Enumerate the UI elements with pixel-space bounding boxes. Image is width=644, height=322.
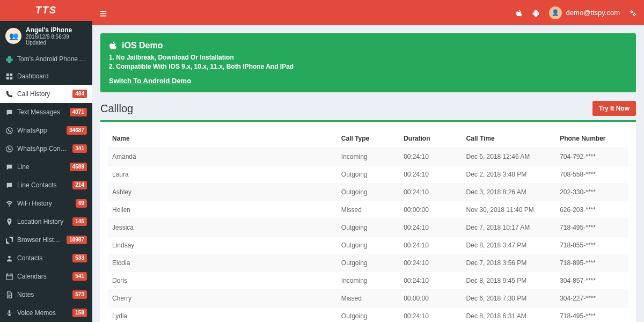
- try-it-now-button[interactable]: Try It Now: [592, 101, 636, 116]
- sidebar-item-notes[interactable]: Notes573: [0, 286, 92, 304]
- nav-badge: 341: [72, 144, 87, 153]
- cell-phone: 718-855-****: [555, 237, 628, 254]
- sidebar-item-whatsapp-contacts[interactable]: WhatsApp Contacts341: [0, 140, 92, 158]
- content: iOS Demo 1. No Jailbreak, Download Or In…: [92, 25, 644, 322]
- table-row[interactable]: CherryMissed00:00:00Dec 6, 2018 7:30 PM3…: [108, 290, 628, 308]
- cell-phone: 304-227-****: [555, 290, 628, 308]
- nav-label: Line: [17, 163, 65, 171]
- nav-badge: 541: [72, 272, 87, 281]
- sidebar-item-text-messages[interactable]: Text Messages4071: [0, 103, 92, 121]
- cell-duration: 00:24:10: [399, 272, 462, 290]
- table-row[interactable]: LindsayOutgoing00:24:10Dec 8, 2018 3:47 …: [108, 237, 628, 254]
- cell-time: Dec 7, 2018 3:56 PM: [462, 254, 556, 272]
- main: 👤 demo@ttspy.com iOS Demo 1. No Jailbrea…: [92, 0, 644, 322]
- cell-phone: 202-330-****: [555, 184, 628, 201]
- nav-label: Voice Memos: [17, 309, 68, 317]
- doc-icon: [5, 291, 13, 298]
- cell-time: Dec 3, 2018 8:26 AM: [462, 184, 556, 201]
- cell-duration: 00:24:10: [399, 148, 462, 166]
- cell-time: Dec 6, 2018 12:46 AM: [462, 148, 556, 166]
- col-duration: Duration: [399, 129, 462, 148]
- table-row[interactable]: AmandaIncoming00:24:10Dec 6, 2018 12:46 …: [108, 148, 628, 166]
- table-row[interactable]: AshleyOutgoing00:24:10Dec 3, 2018 8:26 A…: [108, 184, 628, 201]
- table-row[interactable]: ElodiaOutgoing00:24:10Dec 7, 2018 3:56 P…: [108, 254, 628, 272]
- nav-label: Contacts: [17, 254, 68, 262]
- cell-duration: 00:00:00: [399, 201, 462, 219]
- nav-label: Text Messages: [17, 108, 65, 116]
- cell-name: Amanda: [108, 148, 337, 166]
- cell-type: Incoming: [337, 148, 399, 166]
- cell-duration: 00:24:10: [399, 184, 462, 201]
- cell-type: Outgoing: [337, 254, 399, 272]
- cell-time: Dec 6, 2018 7:30 PM: [462, 290, 556, 308]
- table-row[interactable]: JessicaOutgoing00:24:10Dec 7, 2018 10:17…: [108, 219, 628, 237]
- wifi-icon: [5, 200, 13, 207]
- chat-icon: [5, 163, 13, 171]
- banner-line1: 1. No Jailbreak, Download Or Installatio…: [109, 54, 627, 61]
- alt-device-item[interactable]: Tom's Android Phone (Demo): [0, 50, 92, 67]
- cell-duration: 00:24:10: [399, 254, 462, 272]
- cell-name: Ashley: [108, 184, 337, 201]
- cell-name: Hellen: [108, 201, 337, 219]
- cell-phone: 718-495-****: [555, 219, 628, 237]
- refresh-icon: [5, 236, 13, 244]
- nav-label: Call History: [17, 90, 68, 98]
- device-avatar-icon: 👥: [5, 28, 21, 44]
- user-avatar-icon: 👤: [549, 6, 562, 19]
- nav: DashboardCall History484Text Messages407…: [0, 68, 92, 322]
- cell-phone: 718-895-****: [555, 254, 628, 272]
- nav-badge: 214: [72, 181, 87, 189]
- chat-icon: [5, 181, 13, 189]
- banner-line2: 2. Compatible With IOS 9.x, 10.x, 11.x, …: [109, 63, 627, 70]
- sidebar-item-wifi-history[interactable]: WiFi History69: [0, 194, 92, 213]
- apple-icon[interactable]: [516, 9, 523, 17]
- whatsapp-icon: [5, 127, 13, 134]
- nav-badge: 10987: [67, 236, 87, 244]
- user-icon: [5, 254, 13, 262]
- android-icon[interactable]: [532, 9, 539, 17]
- cell-time: Dec 8, 2018 6:31 AM: [462, 308, 556, 323]
- nav-label: Dashboard: [17, 72, 87, 80]
- sidebar-item-location-history[interactable]: Location History145: [0, 213, 92, 231]
- menu-toggle-icon[interactable]: [100, 8, 107, 17]
- settings-icon[interactable]: [630, 9, 636, 17]
- sidebar-item-contacts[interactable]: Contacts533: [0, 249, 92, 267]
- topbar: 👤 demo@ttspy.com: [92, 0, 644, 25]
- nav-label: Notes: [17, 291, 68, 298]
- sidebar: TTS 👥 Angel's iPhone 2018/12/9 8:56:39 U…: [0, 0, 92, 322]
- cell-phone: 626-203-****: [555, 201, 628, 219]
- sidebar-item-line[interactable]: Line4589: [0, 158, 92, 176]
- dashboard-icon: [5, 72, 13, 80]
- whatsapp-icon: [5, 145, 13, 152]
- table-row[interactable]: DorisIncoming00:24:10Dec 8, 2018 9:45 PM…: [108, 272, 628, 290]
- nav-badge: 484: [72, 90, 87, 98]
- sidebar-item-voice-memos[interactable]: Voice Memos158: [0, 304, 92, 322]
- cell-time: Dec 8, 2018 9:45 PM: [462, 272, 556, 290]
- switch-demo-link[interactable]: Switch To Android Demo: [109, 77, 191, 85]
- cell-time: Dec 7, 2018 10:17 AM: [462, 219, 556, 237]
- sidebar-item-browser-history[interactable]: Browser History10987: [0, 231, 92, 249]
- phone-icon: [5, 90, 13, 98]
- cell-duration: 00:24:10: [399, 166, 462, 184]
- cell-time: Nov 30, 2018 11:40 PM: [462, 201, 556, 219]
- chat-icon: [5, 108, 13, 116]
- calendar-icon: [5, 273, 13, 280]
- cell-type: Outgoing: [337, 237, 399, 254]
- nav-label: Location History: [17, 218, 68, 225]
- table-row[interactable]: HellenMissed00:00:00Nov 30, 2018 11:40 P…: [108, 201, 628, 219]
- android-icon: [5, 55, 13, 62]
- device-panel[interactable]: 👥 Angel's iPhone 2018/12/9 8:56:39 Updat…: [0, 21, 92, 50]
- brand-logo[interactable]: TTS: [0, 0, 92, 21]
- device-name: Angel's iPhone: [26, 26, 87, 34]
- sidebar-item-whatsapp[interactable]: WhatsApp34687: [0, 121, 92, 140]
- sidebar-item-call-history[interactable]: Call History484: [0, 85, 92, 103]
- col-call-time: Call Time: [462, 129, 556, 148]
- demo-banner: iOS Demo 1. No Jailbreak, Download Or In…: [100, 33, 636, 92]
- table-row[interactable]: LauraOutgoing00:24:10Dec 2, 2018 3:48 PM…: [108, 166, 628, 184]
- user-menu[interactable]: 👤 demo@ttspy.com: [549, 6, 620, 19]
- table-row[interactable]: LydiaOutgoing00:24:10Dec 8, 2018 6:31 AM…: [108, 308, 628, 323]
- sidebar-item-calendars[interactable]: Calendars541: [0, 267, 92, 286]
- cell-time: Dec 8, 2018 3:47 PM: [462, 237, 556, 254]
- sidebar-item-line-contacts[interactable]: Line Contacts214: [0, 176, 92, 194]
- sidebar-item-dashboard[interactable]: Dashboard: [0, 68, 92, 85]
